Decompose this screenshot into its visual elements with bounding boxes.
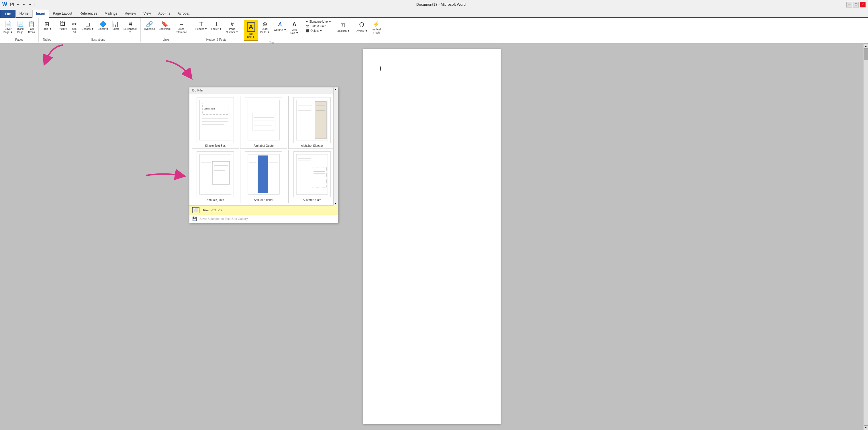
- shapes-button[interactable]: ◻ Shapes ▼: [80, 20, 95, 32]
- bookmark-icon: 🔖: [161, 21, 168, 27]
- gallery-scrollbar[interactable]: ▲ ▼: [333, 87, 338, 206]
- tab-view[interactable]: View: [140, 9, 155, 17]
- group-header-footer-label: Header & Footer: [206, 37, 227, 42]
- annual-quote-label: Annual Quote: [207, 198, 224, 202]
- ribbon-tabs: File Home Insert Page Layout References …: [0, 9, 868, 18]
- tab-file[interactable]: File: [0, 10, 16, 18]
- austere-quote-preview: [293, 151, 331, 197]
- dropdown-header: Built-In: [189, 87, 338, 93]
- bookmark-button[interactable]: 🔖 Bookmark: [157, 20, 172, 32]
- ribbon: 📄 CoverPage ▼ 📃 BlankPage 📋 PageBreak Pa…: [0, 18, 868, 43]
- drop-cap-button[interactable]: A DropCap ▼: [288, 20, 300, 36]
- group-links-label: Links: [163, 37, 169, 42]
- gallery-item-alphabet-sidebar[interactable]: Alphabet Sidebar: [288, 96, 336, 149]
- object-button[interactable]: ⬛ Object ▼: [304, 29, 333, 33]
- chart-button[interactable]: 📊 Chart: [110, 20, 121, 32]
- draw-text-box-icon: ⬜: [192, 207, 199, 213]
- draw-text-box-item[interactable]: ⬜ Draw Text Box: [189, 206, 338, 215]
- scroll-down-button[interactable]: ▼: [864, 425, 868, 430]
- quick-parts-button[interactable]: ⊕ QuickParts ▼: [259, 20, 271, 35]
- chart-icon: 📊: [112, 21, 119, 27]
- alphabet-sidebar-label: Alphabet Sidebar: [301, 144, 323, 147]
- embed-flash-button[interactable]: ⚡ EmbedFlash: [371, 20, 382, 35]
- draw-text-box-label: Draw Text Box: [202, 208, 222, 212]
- page-number-button[interactable]: # PageNumber ▼: [224, 20, 240, 35]
- smartart-button[interactable]: 🔷 SmartArt: [96, 20, 110, 32]
- symbol-button[interactable]: Ω Symbol ▼: [353, 20, 370, 34]
- gallery-item-simple-text-box[interactable]: Sample Text Simple Text Box: [192, 96, 239, 149]
- svg-rect-20: [199, 154, 231, 194]
- save-button[interactable]: 💾: [9, 2, 15, 7]
- gallery-scroll-track[interactable]: ▼: [335, 91, 337, 206]
- qat-more-button[interactable]: |: [33, 2, 36, 7]
- gallery-item-alphabet-quote[interactable]: Alphabet Quote: [240, 96, 287, 149]
- tab-insert[interactable]: Insert: [32, 10, 49, 18]
- tab-home[interactable]: Home: [16, 9, 32, 17]
- redo-button[interactable]: ↪: [27, 2, 32, 7]
- svg-rect-28: [258, 156, 268, 193]
- screenshot-button[interactable]: 🖥 Screenshot ▼: [122, 20, 139, 35]
- header-button[interactable]: ⊤ Header ▼: [194, 20, 209, 32]
- restore-button[interactable]: ❐: [853, 2, 859, 7]
- equation-button[interactable]: π Equation ▼: [334, 20, 352, 34]
- footer-button[interactable]: ⊥ Footer ▼: [210, 20, 223, 32]
- scroll-up-button[interactable]: ▲: [864, 43, 868, 48]
- table-button[interactable]: ⊞ Table ▼: [40, 20, 53, 32]
- tab-acrobat[interactable]: Acrobat: [174, 9, 193, 17]
- signature-line-icon: ✒: [306, 20, 308, 23]
- group-header-footer: ⊤ Header ▼ ⊥ Footer ▼ # PageNumber ▼ Hea…: [192, 18, 242, 42]
- page-number-icon: #: [230, 21, 234, 27]
- hyperlink-button[interactable]: 🔗 Hyperlink: [143, 20, 157, 32]
- hyperlink-icon: 🔗: [146, 21, 153, 27]
- svg-text:Sample Text: Sample Text: [204, 108, 215, 110]
- cover-page-button[interactable]: 📄 CoverPage ▼: [2, 20, 14, 35]
- gallery-item-annual-sidebar[interactable]: Annual Sidebar: [240, 150, 287, 203]
- tab-mailings[interactable]: Mailings: [101, 9, 121, 17]
- blank-page-icon: 📃: [17, 21, 24, 27]
- date-time-button[interactable]: 📅 Date & Time: [304, 24, 333, 28]
- page-break-icon: 📋: [28, 21, 35, 27]
- annual-sidebar-label: Annual Sidebar: [254, 198, 273, 202]
- scrollbar-track[interactable]: [864, 48, 868, 425]
- document-page[interactable]: [363, 49, 501, 424]
- text-box-button[interactable]: A TextBox ▼: [244, 20, 258, 41]
- cross-reference-icon: ↔: [179, 21, 184, 27]
- wordart-icon: A: [278, 21, 282, 28]
- tab-add-ins[interactable]: Add-Ins: [154, 9, 174, 17]
- gallery-item-annual-quote[interactable]: Annual Quote: [192, 150, 239, 203]
- undo-dropdown[interactable]: ▼: [21, 2, 27, 7]
- screenshot-icon: 🖥: [127, 21, 133, 27]
- annual-quote-preview: [196, 151, 234, 197]
- gallery-item-austere-quote[interactable]: Austere Quote: [288, 150, 336, 203]
- wordart-button[interactable]: A WordArt ▼: [272, 20, 288, 33]
- group-pages-label: Pages: [15, 37, 23, 42]
- clip-art-button[interactable]: ✂ ClipArt: [69, 20, 80, 35]
- equation-icon: π: [341, 21, 346, 29]
- austere-quote-label: Austere Quote: [303, 198, 321, 202]
- group-text: A TextBox ▼ ⊕ QuickParts ▼ A WordArt ▼ A…: [242, 18, 302, 42]
- svg-rect-13: [315, 101, 327, 139]
- alphabet-quote-label: Alphabet Quote: [254, 144, 274, 147]
- symbol-icon: Ω: [359, 21, 364, 29]
- cross-reference-button[interactable]: ↔ Cross-reference: [173, 20, 190, 35]
- minimize-button[interactable]: —: [846, 2, 852, 7]
- gallery-scroll-down[interactable]: ▼: [335, 203, 337, 205]
- page-break-button[interactable]: 📋 PageBreak: [26, 20, 37, 35]
- picture-button[interactable]: 🖼 Picture: [57, 20, 68, 32]
- close-button[interactable]: ✕: [860, 2, 866, 7]
- blank-page-button[interactable]: 📃 BlankPage: [15, 20, 26, 35]
- tab-review[interactable]: Review: [121, 9, 140, 17]
- tab-references[interactable]: References: [76, 9, 101, 17]
- clip-art-icon: ✂: [72, 21, 77, 27]
- undo-button[interactable]: ↩: [16, 2, 21, 7]
- signature-line-button[interactable]: ✒ Signature Line ▼: [304, 20, 333, 24]
- group-illustrations-label: Illustrations: [91, 37, 105, 42]
- scrollbar-thumb[interactable]: [864, 49, 868, 60]
- title-bar: W 💾 ↩ ▼ ↪ | Document18 - Microsoft Word …: [0, 0, 868, 9]
- group-tables-label: Tables: [43, 37, 51, 42]
- text-box-icon: A: [247, 22, 255, 32]
- gallery-scroll-up[interactable]: ▲: [335, 88, 337, 91]
- quick-parts-icon: ⊕: [262, 21, 267, 27]
- tab-page-layout[interactable]: Page Layout: [49, 9, 76, 17]
- annual-sidebar-preview: [245, 151, 282, 197]
